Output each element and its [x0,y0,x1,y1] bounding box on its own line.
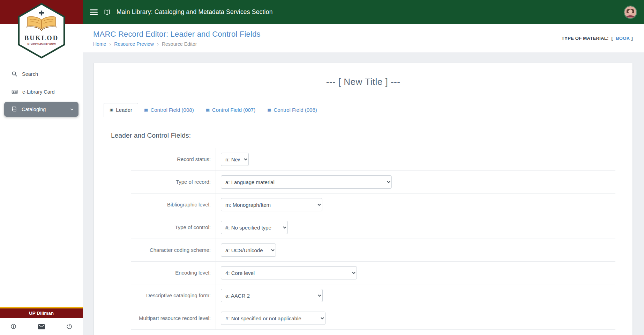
breadcrumb-separator: › [157,41,159,47]
form-row: Encoding level: 4: Core level [131,262,615,284]
tab-label: Control Field (007) [212,107,255,113]
form-row: Bibliographic level: m: Monograph/Item [131,194,615,216]
grid-icon: ▦ [144,108,148,112]
mail-icon [38,324,45,329]
material-value[interactable]: BOOK [616,36,630,41]
app-root: BUKLOD UP Library Services Platform Sear… [0,0,644,335]
type-of-record-select[interactable]: a: Language material [221,175,392,189]
sidebar-item-elibrary-card[interactable]: e-Library Card [0,83,83,101]
breadcrumb-separator: › [109,41,111,47]
editor-card: --- [ New Title ] --- ▣ Leader ▦ Control… [93,63,633,335]
field-cell: a: Language material [216,171,615,193]
type-of-control-select[interactable]: #: No specified type [221,221,288,234]
field-cell: a: UCS/Unicode [216,239,615,261]
record-title: --- [ New Title ] --- [94,77,632,87]
field-cell: 4: Core level [216,262,615,284]
tag-icon: ▣ [110,108,113,112]
sidebar-item-cataloging[interactable]: Cataloging [4,102,78,117]
tab-control-field-006[interactable]: ▦ Control Field (006) [261,103,323,117]
breadcrumb: Home › Resource Preview › Resource Edito… [93,41,261,47]
material-bracket-open: [ [612,36,613,41]
tab-label: Leader [116,107,132,113]
tab-bar: ▣ Leader ▦ Control Field (008) ▦ Control… [104,103,623,117]
sidebar-footer [0,318,83,335]
buklod-logo[interactable]: BUKLOD UP Library Services Platform [16,3,67,60]
field-cell: #: Not specified or not applicable [216,307,615,329]
campus-label: UP Diliman [0,307,83,318]
sidebar-item-label: Search [22,71,38,77]
sidebar: BUKLOD UP Library Services Platform Sear… [0,0,83,335]
form-row: Record status: n: New [131,148,615,171]
info-icon [10,323,16,329]
breadcrumb-home[interactable]: Home [93,41,106,47]
form-row: Character coding scheme: a: UCS/Unicode [131,239,615,262]
hamburger-icon [90,9,98,15]
form-row: Type of control: #: No specified type [131,216,615,239]
logo-wordmark: BUKLOD [24,35,59,42]
encoding-level-select[interactable]: 4: Core level [221,266,357,279]
sidebar-item-cataloging-wrap: Cataloging [0,101,83,118]
main-column: Main Library: Cataloging and Metadata Se… [83,0,644,335]
sidebar-item-search[interactable]: Search [0,65,83,83]
form-row: Multipart resource record level: #: Not … [131,307,615,330]
grid-icon: ▦ [206,108,210,112]
app-title: Main Library: Cataloging and Metadata Se… [117,8,273,16]
bibliographic-level-select[interactable]: m: Monograph/Item [221,198,322,211]
material-bracket-close: ] [631,36,633,41]
field-label: Descriptive cataloging form: [131,284,216,307]
field-label: Bibliographic level: [131,194,216,216]
logo-tagline: UP Library Services Platform [27,43,56,45]
breadcrumb-resource-preview[interactable]: Resource Preview [114,41,154,47]
page-header-left: MARC Record Editor: Leader and Control F… [93,30,261,47]
power-icon [66,323,72,329]
content-area: --- [ New Title ] --- ▣ Leader ▦ Control… [83,52,644,335]
field-cell: a: AACR 2 [216,284,615,307]
chevron-down-icon [70,107,74,111]
reader-book-icon [104,9,111,16]
grid-icon: ▦ [267,108,271,112]
form-row: Type of record: a: Language material [131,171,615,194]
tab-leader[interactable]: ▣ Leader [104,103,138,117]
section-heading: Leader and Control Fields: [111,132,632,139]
sidebar-nav: Search e-Library Card Cataloging [0,65,83,118]
buklod-logo-badge: BUKLOD UP Library Services Platform [16,3,67,59]
info-button[interactable] [10,323,16,329]
field-label: Encoding level: [131,262,216,284]
field-cell: m: Monograph/Item [216,194,615,216]
field-label: Multipart resource record level: [131,307,216,329]
power-button[interactable] [66,323,72,329]
descriptive-cataloging-form-select[interactable]: a: AACR 2 [221,289,323,302]
multipart-resource-record-level-select[interactable]: #: Not specified or not applicable [221,312,325,325]
form-row: Descriptive cataloging form: a: AACR 2 [131,284,615,307]
id-card-icon [12,89,18,95]
sidebar-item-label: e-Library Card [22,89,55,95]
character-coding-scheme-select[interactable]: a: UCS/Unicode [221,243,276,257]
tab-control-field-007[interactable]: ▦ Control Field (007) [200,103,262,117]
tab-label: Control Field (006) [274,107,317,113]
sidebar-item-label: Cataloging [22,107,46,112]
mail-button[interactable] [38,324,45,329]
field-label: Character coding scheme: [131,239,216,261]
field-label: Record status: [131,148,216,170]
search-icon [12,71,17,77]
breadcrumb-current: Resource Editor [162,41,197,47]
field-label: Type of control: [131,216,216,239]
tab-control-field-008[interactable]: ▦ Control Field (008) [138,103,200,117]
record-status-select[interactable]: n: New [221,153,249,166]
avatar-image [624,6,636,18]
user-avatar[interactable] [624,6,636,18]
field-label: Type of record: [131,171,216,193]
topbar: Main Library: Cataloging and Metadata Se… [83,0,644,24]
field-cell: #: No specified type [216,216,615,239]
field-cell: n: New [216,148,615,170]
sidebar-bottom: UP Diliman [0,307,83,335]
leader-fields-table: Record status: n: New Type of record: a:… [131,148,615,330]
type-of-material: TYPE OF MATERIAL:[ BOOK] [562,36,633,41]
tab-label: Control Field (008) [150,107,194,113]
page-title: MARC Record Editor: Leader and Control F… [93,30,261,39]
page-header: MARC Record Editor: Leader and Control F… [83,24,644,52]
type-of-material-label: TYPE OF MATERIAL: [562,36,609,41]
book-icon [12,106,17,113]
hamburger-menu-button[interactable] [90,9,98,15]
